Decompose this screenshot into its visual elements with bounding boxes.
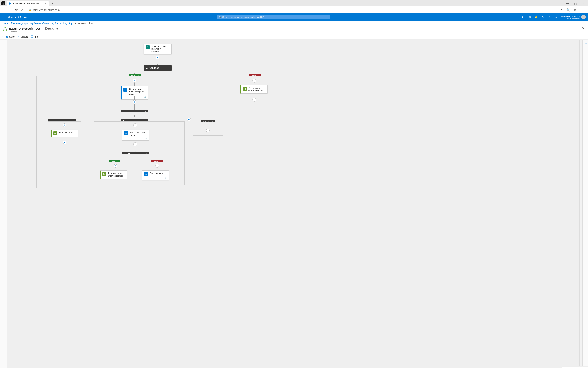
add-step-button[interactable]: + bbox=[133, 142, 137, 146]
maximize-button[interactable]: ▢ bbox=[571, 1, 580, 6]
designer-canvas[interactable]: ▲ ⦿ When a HTTP request is received + ⇄ … bbox=[7, 40, 583, 368]
new-tab-button[interactable]: + bbox=[50, 1, 55, 6]
link-icon: 🔗 bbox=[145, 137, 147, 139]
crumb-app[interactable]: myStandardLogicApp bbox=[52, 22, 72, 25]
page-title: example-workflow bbox=[9, 27, 40, 31]
azure-top-bar: ☰ Microsoft Azure 🔍 ❯_ ⛃ 🔔 ⚙ ? ☺ nicole@… bbox=[0, 13, 588, 21]
add-step-button[interactable]: + bbox=[156, 56, 159, 59]
process-without-review-node[interactable]: {x} Process order without review bbox=[240, 85, 268, 94]
add-step-button[interactable]: + bbox=[63, 123, 66, 127]
user-avatar bbox=[581, 15, 586, 19]
tab-title: example-workflow - Microsoft A... bbox=[13, 2, 41, 5]
search-input[interactable] bbox=[217, 15, 330, 19]
favorite-icon[interactable]: ✩ bbox=[572, 7, 578, 13]
search-icon: 🔍 bbox=[219, 16, 221, 18]
discard-button[interactable]: ✕Discard bbox=[17, 35, 28, 38]
settings-icon[interactable]: ⚙ bbox=[540, 13, 546, 21]
link-icon: 🔗 bbox=[165, 177, 167, 179]
variable-icon: {x} bbox=[102, 172, 106, 176]
user-org: CONTOSO, LTD. bbox=[561, 17, 580, 19]
add-step-button[interactable]: + bbox=[252, 98, 256, 101]
forward-button[interactable]: → bbox=[8, 7, 13, 13]
cloud-shell-icon[interactable]: ❯_ bbox=[520, 13, 526, 21]
page-subtitle: Workflow bbox=[9, 31, 60, 33]
breadcrumb: Home› Resource groups› myResourceGroup› … bbox=[0, 21, 588, 26]
info-button[interactable]: ⓘInfo bbox=[31, 35, 38, 38]
directories-icon[interactable]: ⛃ bbox=[527, 13, 533, 21]
key-icon[interactable]: ⚿ bbox=[559, 7, 565, 13]
add-step-button[interactable]: + bbox=[206, 129, 210, 132]
expand-menu-icon[interactable]: » bbox=[2, 35, 3, 38]
feedback-icon[interactable]: ☺ bbox=[553, 13, 559, 21]
add-step-button[interactable]: + bbox=[252, 79, 256, 83]
outlook-icon: ✉ bbox=[124, 131, 128, 135]
add-step-button[interactable]: + bbox=[133, 79, 136, 83]
add-step-button[interactable]: + bbox=[114, 164, 117, 168]
add-step-button[interactable]: + bbox=[133, 100, 136, 104]
close-window-button[interactable]: ✕ bbox=[580, 1, 588, 6]
provide-feedback-link[interactable]: ☺ Provide Feedback bbox=[562, 366, 588, 368]
add-step-button[interactable]: + bbox=[133, 123, 137, 127]
address-bar: ← → ⟳ ⌂ 🔒 https://portal.azure.com/ ⚿ 🔍 … bbox=[0, 6, 588, 13]
workflow-icon bbox=[2, 27, 8, 32]
crumb-rg[interactable]: Resource groups bbox=[11, 22, 28, 25]
outlook-icon: ✉ bbox=[123, 88, 127, 92]
add-case-button[interactable]: + bbox=[187, 118, 191, 121]
designer-canvas-shell: ▲ ⦿ When a HTTP request is received + ⇄ … bbox=[0, 39, 588, 368]
home-button[interactable]: ⌂ bbox=[19, 7, 25, 13]
crumb-home[interactable]: Home bbox=[2, 22, 8, 25]
add-step-button[interactable]: + bbox=[63, 141, 66, 144]
minimize-button[interactable]: — bbox=[563, 1, 571, 6]
zoom-icon[interactable]: 🔍 bbox=[566, 7, 571, 13]
toolbar: » 🖫Save ✕Discard ⓘInfo bbox=[0, 34, 588, 39]
add-step-button[interactable]: + bbox=[155, 164, 159, 168]
variable-icon: {x} bbox=[53, 131, 57, 135]
link-icon: 🔗 bbox=[144, 96, 147, 98]
lock-icon: 🔒 bbox=[29, 9, 32, 11]
crumb-myrg[interactable]: myResourceGroup bbox=[30, 22, 49, 25]
user-email: nicole@contoso.com bbox=[561, 15, 580, 17]
notifications-icon[interactable]: 🔔 bbox=[533, 13, 539, 21]
page-title-row: example-workflow | Designer Workflow ⋯ ✕ bbox=[0, 26, 588, 34]
help-icon[interactable]: ? bbox=[546, 13, 552, 21]
close-blade-button[interactable]: ✕ bbox=[582, 27, 584, 30]
crumb-workflow[interactable]: example-workflow bbox=[75, 22, 93, 25]
refresh-button[interactable]: ⟳ bbox=[13, 7, 19, 13]
back-button[interactable]: ← bbox=[2, 7, 8, 13]
user-account[interactable]: nicole@contoso.com CONTOSO, LTD. bbox=[559, 15, 586, 19]
process-order-node[interactable]: {x} Process order bbox=[51, 130, 78, 137]
azure-product-name[interactable]: Microsoft Azure bbox=[8, 16, 27, 18]
browser-tab-bar: ◧ example-workflow - Microsoft A... ✕ + … bbox=[0, 0, 588, 6]
send-an-email-node[interactable]: ✉ Send an email 🔗 bbox=[142, 170, 169, 180]
app-icon: ◧ bbox=[1, 1, 5, 5]
send-review-email-node[interactable]: ✉ Send manual review request email 🔗 bbox=[121, 86, 148, 100]
azure-favicon bbox=[9, 2, 12, 5]
collapse-panel-icon[interactable]: « bbox=[585, 42, 587, 45]
send-escalation-email-node[interactable]: ✉ Send escalation email 🔗 bbox=[122, 130, 149, 141]
url-text: https://portal.azure.com/ bbox=[33, 9, 60, 11]
browser-tab[interactable]: example-workflow - Microsoft A... ✕ bbox=[7, 1, 49, 6]
svg-rect-0 bbox=[5, 27, 6, 28]
menu-icon[interactable]: ☰ bbox=[2, 15, 5, 19]
page-mode: Designer bbox=[45, 27, 60, 31]
close-tab-icon[interactable]: ✕ bbox=[45, 2, 47, 5]
svg-rect-1 bbox=[3, 30, 4, 31]
azure-search[interactable]: 🔍 bbox=[217, 15, 330, 19]
url-box[interactable]: 🔒 https://portal.azure.com/ bbox=[27, 8, 557, 12]
variable-icon: {x} bbox=[243, 87, 247, 91]
process-after-escalation-node[interactable]: {x} Process order after escalation bbox=[100, 170, 127, 179]
svg-rect-2 bbox=[6, 30, 7, 31]
more-menu-icon[interactable]: ⋯ bbox=[580, 7, 586, 13]
outlook-icon: ✉ bbox=[144, 172, 148, 176]
save-button[interactable]: 🖫Save bbox=[6, 35, 15, 38]
more-commands-icon[interactable]: ⋯ bbox=[62, 28, 64, 31]
http-icon: ⦿ bbox=[146, 45, 149, 49]
